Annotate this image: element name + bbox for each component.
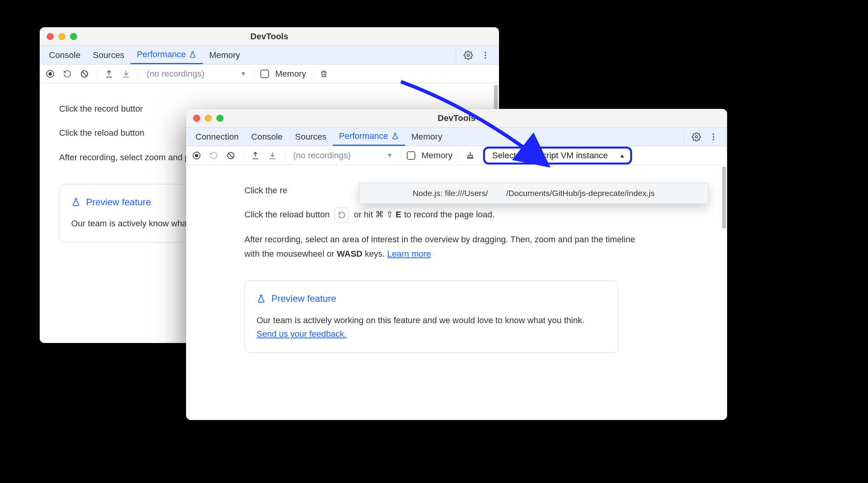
svg-point-10 xyxy=(713,139,714,140)
svg-point-3 xyxy=(485,57,486,59)
text: or hit ⌘ ⇧ xyxy=(354,210,395,219)
titlebar: DevTools xyxy=(40,27,499,46)
vm-instance-option[interactable]: Node.js: file:///Users/ /Documents/GitHu… xyxy=(359,183,708,203)
svg-point-9 xyxy=(713,136,714,138)
flask-icon xyxy=(71,198,81,207)
reload-icon xyxy=(334,208,349,222)
wasd-text: WASD xyxy=(337,249,362,259)
titlebar: DevTools xyxy=(186,109,727,128)
tab-performance[interactable]: Performance xyxy=(130,46,203,64)
tab-bar: Console Sources Performance Memory xyxy=(40,46,499,65)
learn-more-link[interactable]: Learn more xyxy=(387,249,431,259)
tab-sources[interactable]: Sources xyxy=(87,46,131,64)
reload-icon[interactable] xyxy=(61,67,74,80)
tab-memory[interactable]: Memory xyxy=(203,46,246,64)
chevron-down-icon: ▼ xyxy=(240,70,246,77)
vm-instance-dropdown[interactable]: Node.js: file:///Users/ /Documents/GitHu… xyxy=(359,183,708,204)
flask-icon xyxy=(257,294,266,303)
tab-console[interactable]: Console xyxy=(245,128,289,146)
broom-icon[interactable] xyxy=(464,149,477,162)
tab-connection[interactable]: Connection xyxy=(189,128,245,146)
reload-icon[interactable] xyxy=(207,149,220,162)
shortcut-key: E xyxy=(395,210,402,219)
tab-sources[interactable]: Sources xyxy=(289,128,333,146)
record-icon[interactable] xyxy=(44,67,57,80)
tab-memory[interactable]: Memory xyxy=(405,128,448,146)
tab-label: Performance xyxy=(339,131,388,141)
window-title: DevTools xyxy=(40,32,499,42)
tab-label: Performance xyxy=(137,49,186,60)
cancel-icon[interactable] xyxy=(78,67,91,80)
window-title: DevTools xyxy=(186,113,727,123)
performance-toolbar: (no recordings) ▼ Memory Select JavaScri… xyxy=(186,146,727,165)
kebab-icon[interactable] xyxy=(479,49,492,62)
gear-icon[interactable] xyxy=(462,49,475,62)
tab-console[interactable]: Console xyxy=(43,46,87,64)
memory-label: Memory xyxy=(275,69,306,79)
memory-checkbox[interactable] xyxy=(407,151,415,160)
scrollbar[interactable] xyxy=(722,166,726,229)
gear-icon[interactable] xyxy=(690,130,703,144)
memory-label: Memory xyxy=(422,150,452,161)
download-icon[interactable] xyxy=(266,149,279,162)
recordings-combo[interactable]: (no recordings) ▼ xyxy=(290,150,395,161)
svg-point-12 xyxy=(195,154,199,157)
devtools-window-front: DevTools Connection Console Sources Perf… xyxy=(186,109,727,420)
svg-point-0 xyxy=(467,54,469,56)
preview-title: Preview feature xyxy=(86,194,151,210)
text: keys. xyxy=(362,249,387,259)
cancel-icon[interactable] xyxy=(224,149,237,162)
tab-bar: Connection Console Sources Performance M… xyxy=(186,128,727,146)
combo-label: (no recordings) xyxy=(147,69,204,79)
combo-label: (no recordings) xyxy=(293,150,351,161)
hint-after: After recording, select an area of inter… xyxy=(244,233,645,261)
svg-point-1 xyxy=(485,52,486,53)
svg-point-7 xyxy=(695,136,698,138)
preview-feature-box: Preview feature Our team is actively wor… xyxy=(244,280,618,353)
memory-checkbox[interactable] xyxy=(260,70,269,78)
preview-body: Our team is actively working on this fea… xyxy=(257,313,606,341)
chevron-down-icon: ▼ xyxy=(387,152,393,159)
svg-point-8 xyxy=(713,133,714,135)
upload-icon[interactable] xyxy=(249,149,262,162)
trash-icon[interactable] xyxy=(317,67,330,80)
tab-performance[interactable]: Performance xyxy=(333,128,405,146)
preview-title: Preview feature xyxy=(271,291,336,306)
kebab-icon[interactable] xyxy=(707,130,720,144)
svg-point-2 xyxy=(485,54,486,56)
text: to record the page load. xyxy=(402,210,495,219)
flask-icon xyxy=(391,132,399,140)
record-icon[interactable] xyxy=(190,149,203,162)
download-icon[interactable] xyxy=(119,67,133,80)
svg-point-5 xyxy=(49,72,52,75)
text: Click the reload button xyxy=(244,210,330,219)
text: Our team is actively working on this fea… xyxy=(257,315,585,325)
flask-icon xyxy=(189,51,197,58)
performance-toolbar: (no recordings) ▼ Memory xyxy=(40,65,499,83)
hint-reload: Click the reload button or hit ⌘ ⇧ E to … xyxy=(244,208,645,222)
text: After recording, select an area of inter… xyxy=(244,234,635,258)
vm-instance-select[interactable]: Select JavaScript VM instance ▲ xyxy=(483,147,632,164)
recordings-combo[interactable]: (no recordings) ▼ xyxy=(144,68,249,79)
feedback-link[interactable]: Send us your feedback. xyxy=(257,329,346,339)
vm-select-label: Select JavaScript VM instance xyxy=(492,150,608,161)
chevron-up-icon: ▲ xyxy=(620,152,625,159)
upload-icon[interactable] xyxy=(102,67,116,80)
